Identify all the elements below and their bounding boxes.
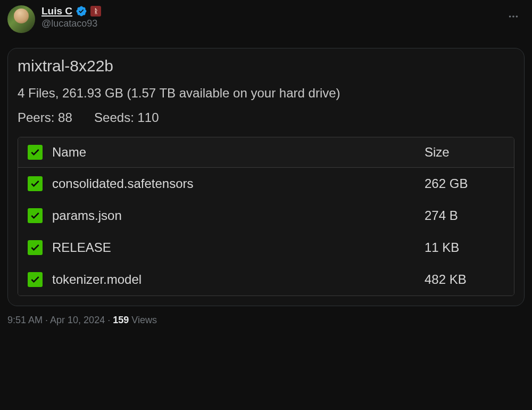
seeds-label: Seeds: <box>94 110 134 125</box>
file-size: 482 KB <box>425 272 504 287</box>
svg-point-2 <box>516 15 518 18</box>
tweet-metadata: 9:51 AM · Apr 10, 2024 · 159 Views <box>7 315 525 326</box>
affiliate-badge-icon: ᚱ <box>90 6 101 17</box>
file-name: tokenizer.model <box>52 272 415 287</box>
torrent-summary: 4 Files, 261.93 GB (1.57 TB available on… <box>18 86 514 101</box>
file-name: params.json <box>52 208 415 223</box>
row-checkbox[interactable] <box>28 208 43 223</box>
more-options-button[interactable] <box>504 7 522 26</box>
file-name: consolidated.safetensors <box>52 176 415 191</box>
tweet-time[interactable]: 9:51 AM <box>7 315 43 325</box>
table-row: consolidated.safetensors 262 GB <box>18 168 514 200</box>
author-handle[interactable]: @lucataco93 <box>41 18 101 29</box>
views-label: Views <box>131 315 157 325</box>
tweet-header: Luis C ᚱ @lucataco93 <box>7 5 525 33</box>
embedded-image-card: mixtral-8x22b 4 Files, 261.93 GB (1.57 T… <box>7 48 525 306</box>
column-header-name: Name <box>52 145 415 160</box>
row-checkbox[interactable] <box>28 240 43 255</box>
file-size: 262 GB <box>425 176 504 191</box>
file-size: 11 KB <box>425 240 504 255</box>
tweet-date[interactable]: Apr 10, 2024 <box>50 315 105 325</box>
avatar[interactable] <box>7 5 35 33</box>
torrent-peers-seeds: Peers: 88 Seeds: 110 <box>18 110 514 125</box>
select-all-checkbox[interactable] <box>28 145 43 160</box>
peers-label: Peers: <box>18 110 54 125</box>
file-table-body: consolidated.safetensors 262 GB params.j… <box>18 168 514 296</box>
torrent-title: mixtral-8x22b <box>18 57 514 75</box>
svg-point-1 <box>512 15 514 18</box>
author-block: Luis C ᚱ @lucataco93 <box>41 5 101 29</box>
row-checkbox[interactable] <box>28 272 43 287</box>
verified-badge-icon <box>76 5 87 17</box>
table-row: tokenizer.model 482 KB <box>18 264 514 296</box>
table-row: params.json 274 B <box>18 200 514 232</box>
table-row: RELEASE 11 KB <box>18 232 514 264</box>
column-header-size: Size <box>425 145 504 160</box>
row-checkbox[interactable] <box>28 176 43 191</box>
views-count: 159 <box>113 315 129 325</box>
file-name: RELEASE <box>52 240 415 255</box>
author-display-name[interactable]: Luis C <box>41 5 72 17</box>
file-table: Name Size consolidated.safetensors 262 G… <box>18 137 514 296</box>
svg-point-0 <box>509 15 511 18</box>
seeds-value: 110 <box>137 110 159 125</box>
file-table-header: Name Size <box>18 137 514 168</box>
file-size: 274 B <box>425 208 504 223</box>
peers-value: 88 <box>58 110 72 125</box>
